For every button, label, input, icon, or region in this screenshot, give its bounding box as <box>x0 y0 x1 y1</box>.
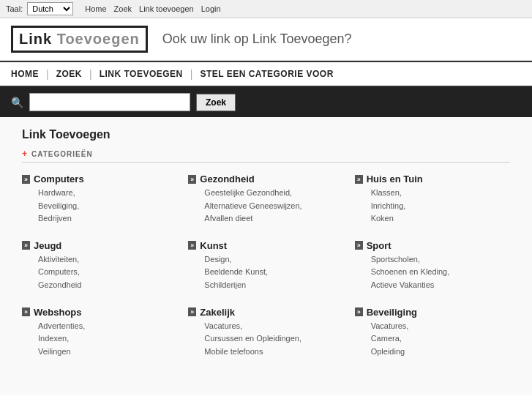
category-item: »ComputersHardware,Beveiliging,Bedrijven <box>22 174 177 225</box>
category-title[interactable]: »Kunst <box>188 240 343 251</box>
category-link[interactable]: Sport <box>367 240 391 251</box>
header: Link Toevoegen Ook uw link op Link Toevo… <box>0 18 532 61</box>
top-link-add[interactable]: Link toevoegen <box>139 4 194 13</box>
nav-sep-2: | <box>89 68 92 80</box>
category-subs: Vacatures,Cursussen en Opleidingen,Mobil… <box>204 320 343 359</box>
category-subs: Vacatures,Camera,Opleiding <box>371 320 510 359</box>
categories-grid: »ComputersHardware,Beveiliging,Bedrijven… <box>22 174 510 358</box>
category-arrow: » <box>188 175 196 184</box>
section-plus: + <box>22 149 28 159</box>
section-label: CATEGORIEËN <box>31 150 93 158</box>
category-subs: Design,Beeldende Kunst,Schilderijen <box>204 253 343 292</box>
category-item: »GezondheidGeestelijke Gezondheid,Altern… <box>188 174 343 225</box>
category-link[interactable]: Webshops <box>34 307 82 318</box>
section-header: + CATEGORIEËN <box>22 149 510 163</box>
category-item: »BeveiligingVacatures,Camera,Opleiding <box>355 307 510 359</box>
category-title[interactable]: »Webshops <box>22 307 177 318</box>
main-title: Link Toevoegen <box>22 128 510 141</box>
category-title[interactable]: »Huis en Tuin <box>355 174 510 184</box>
nav-link-toevoegen[interactable]: LINK TOEVOEGEN <box>100 69 183 79</box>
main-content: Link Toevoegen + CATEGORIEËN »ComputersH… <box>0 117 532 395</box>
nav-zoek[interactable]: ZOEK <box>56 69 82 79</box>
category-title[interactable]: »Computers <box>22 174 177 184</box>
nav-sep-3: | <box>190 68 193 80</box>
category-arrow: » <box>22 241 30 250</box>
category-item: »ZakelijkVacatures,Cursussen en Opleidin… <box>188 307 343 359</box>
top-bar: Taal: Dutch English Home Zoek Link toevo… <box>0 0 532 18</box>
top-links: Home Zoek Link toevoegen Login <box>85 4 220 13</box>
nav-bar: HOME | ZOEK | LINK TOEVOEGEN | STEL EEN … <box>0 61 532 87</box>
category-subs: Aktiviteiten,Computers,Gezondheid <box>38 253 177 292</box>
category-title[interactable]: »Beveiliging <box>355 307 510 318</box>
category-subs: Klassen,Inrichting,Koken <box>371 187 510 225</box>
tagline: Ook uw link op Link Toevoegen? <box>162 31 352 47</box>
lang-label: Taal: <box>6 4 23 13</box>
category-arrow: » <box>355 241 363 250</box>
nav-home[interactable]: HOME <box>11 69 39 79</box>
category-subs: Advertenties,Indexen,Veilingen <box>38 320 177 359</box>
category-link[interactable]: Zakelijk <box>200 307 235 318</box>
logo: Link Toevoegen <box>11 26 148 53</box>
category-arrow: » <box>188 241 196 250</box>
category-arrow: » <box>188 307 196 316</box>
category-arrow: » <box>22 307 30 316</box>
category-arrow: » <box>355 175 363 184</box>
logo-part2: Toevoegen <box>57 31 140 47</box>
nav-stel-categorie[interactable]: STEL EEN CATEGORIE VOOR <box>200 69 333 79</box>
category-link[interactable]: Kunst <box>200 240 227 251</box>
logo-part1: Link <box>19 31 57 47</box>
category-title[interactable]: »Zakelijk <box>188 307 343 318</box>
category-subs: Sportscholen,Schoenen en Kleding,Actieve… <box>371 253 510 292</box>
search-input[interactable] <box>29 93 190 111</box>
category-item: »KunstDesign,Beeldende Kunst,Schilderije… <box>188 240 343 292</box>
category-item: »WebshopsAdvertenties,Indexen,Veilingen <box>22 307 177 359</box>
category-title[interactable]: »Sport <box>355 240 510 251</box>
category-item: »JeugdAktiviteiten,Computers,Gezondheid <box>22 240 177 292</box>
category-subs: Hardware,Beveiliging,Bedrijven <box>38 187 177 225</box>
category-link[interactable]: Jeugd <box>34 240 61 251</box>
category-arrow: » <box>355 307 363 316</box>
nav-sep-1: | <box>46 68 49 80</box>
search-icon: 🔍 <box>11 97 23 108</box>
category-link[interactable]: Beveiliging <box>367 307 417 318</box>
lang-select[interactable]: Dutch English <box>27 2 73 15</box>
category-title[interactable]: »Gezondheid <box>188 174 343 184</box>
category-item: »Huis en TuinKlassen,Inrichting,Koken <box>355 174 510 225</box>
category-subs: Geestelijke Gezondheid,Alternatieve Gene… <box>204 187 343 225</box>
top-link-login[interactable]: Login <box>201 4 221 13</box>
top-link-home[interactable]: Home <box>85 4 106 13</box>
category-item: »SportSportscholen,Schoenen en Kleding,A… <box>355 240 510 292</box>
category-title[interactable]: »Jeugd <box>22 240 177 251</box>
category-arrow: » <box>22 175 30 184</box>
category-link[interactable]: Gezondheid <box>200 174 254 184</box>
search-bar: 🔍 Zoek <box>0 87 532 117</box>
search-button[interactable]: Zoek <box>196 94 236 111</box>
category-link[interactable]: Huis en Tuin <box>367 174 423 184</box>
top-link-zoek[interactable]: Zoek <box>114 4 132 13</box>
category-link[interactable]: Computers <box>34 174 84 184</box>
